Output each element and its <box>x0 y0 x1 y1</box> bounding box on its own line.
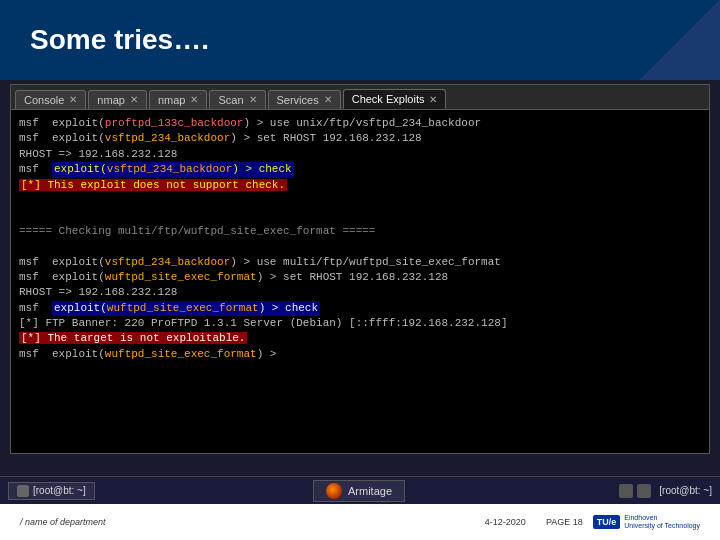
terminal-line: msf exploit(wuftpd_site_exec_format) > <box>19 347 701 362</box>
terminal-line: ===== Checking multi/ftp/wuftpd_site_exe… <box>19 224 701 239</box>
terminal-line: msf exploit(wuftpd_site_exec_format) > c… <box>19 301 701 316</box>
armitage-icon <box>326 483 342 499</box>
terminal-line: msf exploit(vsftpd_234_backdoor) > use m… <box>19 255 701 270</box>
terminal-line: msf exploit(vsftpd_234_backdoor) > set R… <box>19 131 701 146</box>
terminal-window: Console ✕ nmap ✕ nmap ✕ Scan ✕ Services … <box>10 84 710 454</box>
tab-services[interactable]: Services ✕ <box>268 90 341 109</box>
sound-icon <box>637 484 651 498</box>
terminal-line: [*] FTP Banner: 220 ProFTPD 1.3.1 Server… <box>19 316 701 331</box>
terminal-output[interactable]: msf exploit(proftpd_133c_backdoor) > use… <box>11 110 709 453</box>
close-icon[interactable]: ✕ <box>130 94 138 105</box>
footer-date: 4-12-2020 <box>485 517 526 527</box>
tab-bar: Console ✕ nmap ✕ nmap ✕ Scan ✕ Services … <box>11 85 709 110</box>
close-icon[interactable]: ✕ <box>429 94 437 105</box>
terminal-line <box>19 208 701 223</box>
terminal-line: msf exploit(vsftpd_234_backdoor) > check <box>19 162 701 177</box>
terminal-highlight-2: [*] The target is not exploitable. <box>19 331 701 346</box>
terminal-line <box>19 193 701 208</box>
close-icon[interactable]: ✕ <box>69 94 77 105</box>
footer-dept: / name of department <box>20 517 485 527</box>
footer: / name of department 4-12-2020 PAGE 18 T… <box>0 504 720 540</box>
tab-nmap-2[interactable]: nmap ✕ <box>149 90 208 109</box>
terminal-line: RHOST => 192.168.232.128 <box>19 147 701 162</box>
page-title: Some tries…. <box>30 24 209 56</box>
taskbar-center: Armitage <box>99 480 620 502</box>
tab-console[interactable]: Console ✕ <box>15 90 86 109</box>
terminal-line: msf exploit(wuftpd_site_exec_format) > s… <box>19 270 701 285</box>
terminal-line: msf exploit(proftpd_133c_backdoor) > use… <box>19 116 701 131</box>
taskbar-terminal[interactable]: [root@bt: ~] <box>8 482 95 500</box>
terminal-icon <box>17 485 29 497</box>
taskbar-armitage[interactable]: Armitage <box>313 480 405 502</box>
sys-tray <box>619 484 651 498</box>
header: Some tries…. <box>0 0 720 80</box>
tab-check-exploits[interactable]: Check Exploits ✕ <box>343 89 447 109</box>
terminal-highlight-1: [*] This exploit does not support check. <box>19 178 701 193</box>
close-icon[interactable]: ✕ <box>190 94 198 105</box>
taskbar-right: [root@bt: ~] <box>619 484 712 498</box>
tab-nmap-1[interactable]: nmap ✕ <box>88 90 147 109</box>
footer-page: PAGE 18 <box>546 517 583 527</box>
terminal-line: RHOST => 192.168.232.128 <box>19 285 701 300</box>
network-icon <box>619 484 633 498</box>
taskbar: [root@bt: ~] Armitage [root@bt: ~] <box>0 476 720 504</box>
footer-logo: TU/e Eindhoven University of Technology <box>593 514 700 531</box>
close-icon[interactable]: ✕ <box>324 94 332 105</box>
close-icon[interactable]: ✕ <box>249 94 257 105</box>
tab-scan[interactable]: Scan ✕ <box>209 90 265 109</box>
terminal-line <box>19 239 701 254</box>
tu-logo-text: Eindhoven University of Technology <box>624 514 700 531</box>
tu-logo: TU/e <box>593 515 621 529</box>
